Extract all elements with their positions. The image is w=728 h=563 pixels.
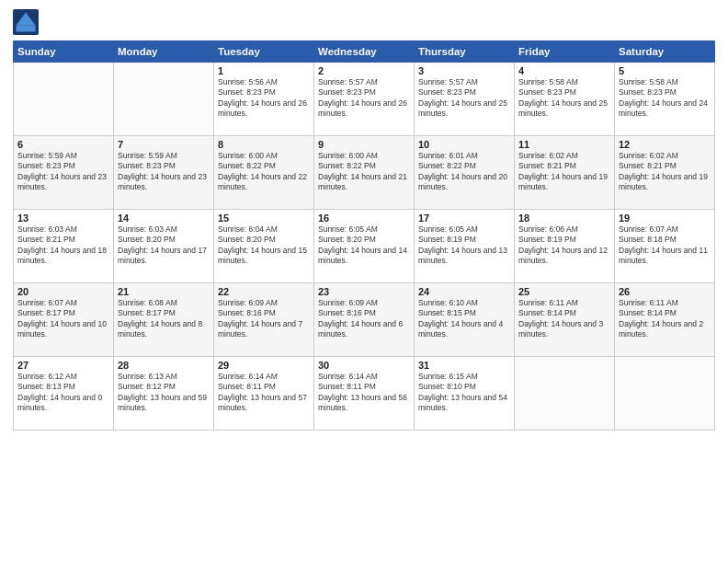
day-number: 11 bbox=[518, 139, 610, 150]
day-cell: 1Sunrise: 5:56 AM Sunset: 8:23 PM Daylig… bbox=[214, 63, 314, 136]
day-info: Sunrise: 6:02 AM Sunset: 8:21 PM Dayligh… bbox=[619, 151, 711, 193]
day-cell bbox=[515, 357, 615, 431]
day-cell: 3Sunrise: 5:57 AM Sunset: 8:23 PM Daylig… bbox=[415, 63, 515, 136]
day-number: 13 bbox=[17, 213, 109, 224]
day-number: 29 bbox=[218, 360, 310, 371]
day-number: 8 bbox=[218, 139, 310, 150]
day-cell: 31Sunrise: 6:15 AM Sunset: 8:10 PM Dayli… bbox=[415, 357, 515, 431]
header-cell-monday: Monday bbox=[114, 41, 214, 63]
day-number: 6 bbox=[17, 139, 109, 150]
day-cell: 20Sunrise: 6:07 AM Sunset: 8:17 PM Dayli… bbox=[14, 283, 114, 357]
day-info: Sunrise: 6:08 AM Sunset: 8:17 PM Dayligh… bbox=[118, 298, 210, 340]
day-cell bbox=[615, 357, 715, 431]
day-cell: 12Sunrise: 6:02 AM Sunset: 8:21 PM Dayli… bbox=[615, 136, 715, 210]
day-number: 15 bbox=[218, 213, 310, 224]
day-number: 14 bbox=[118, 213, 210, 224]
day-cell: 15Sunrise: 6:04 AM Sunset: 8:20 PM Dayli… bbox=[214, 210, 314, 283]
header-cell-tuesday: Tuesday bbox=[214, 41, 314, 63]
day-number: 1 bbox=[218, 65, 310, 76]
day-info: Sunrise: 6:03 AM Sunset: 8:21 PM Dayligh… bbox=[17, 224, 109, 267]
day-cell: 17Sunrise: 6:05 AM Sunset: 8:19 PM Dayli… bbox=[415, 210, 515, 283]
week-row-3: 13Sunrise: 6:03 AM Sunset: 8:21 PM Dayli… bbox=[14, 210, 715, 283]
logo bbox=[13, 9, 42, 35]
day-info: Sunrise: 6:01 AM Sunset: 8:22 PM Dayligh… bbox=[418, 151, 510, 193]
day-number: 25 bbox=[518, 286, 610, 297]
day-info: Sunrise: 5:58 AM Sunset: 8:23 PM Dayligh… bbox=[518, 77, 610, 120]
week-row-4: 20Sunrise: 6:07 AM Sunset: 8:17 PM Dayli… bbox=[14, 283, 715, 357]
day-cell bbox=[114, 63, 214, 136]
day-cell: 29Sunrise: 6:14 AM Sunset: 8:11 PM Dayli… bbox=[214, 357, 314, 431]
day-number: 17 bbox=[418, 213, 510, 224]
day-info: Sunrise: 5:56 AM Sunset: 8:23 PM Dayligh… bbox=[218, 77, 310, 120]
day-cell bbox=[14, 63, 114, 136]
day-info: Sunrise: 6:11 AM Sunset: 8:14 PM Dayligh… bbox=[518, 298, 610, 340]
day-cell: 2Sunrise: 5:57 AM Sunset: 8:23 PM Daylig… bbox=[314, 63, 415, 136]
day-cell: 6Sunrise: 5:59 AM Sunset: 8:23 PM Daylig… bbox=[14, 136, 114, 210]
week-row-5: 27Sunrise: 6:12 AM Sunset: 8:13 PM Dayli… bbox=[14, 357, 715, 431]
day-info: Sunrise: 6:07 AM Sunset: 8:17 PM Dayligh… bbox=[17, 298, 109, 340]
day-cell: 22Sunrise: 6:09 AM Sunset: 8:16 PM Dayli… bbox=[214, 283, 314, 357]
day-cell: 27Sunrise: 6:12 AM Sunset: 8:13 PM Dayli… bbox=[14, 357, 114, 431]
day-info: Sunrise: 5:57 AM Sunset: 8:23 PM Dayligh… bbox=[318, 77, 410, 120]
day-info: Sunrise: 6:14 AM Sunset: 8:11 PM Dayligh… bbox=[318, 372, 410, 414]
day-info: Sunrise: 6:00 AM Sunset: 8:22 PM Dayligh… bbox=[218, 151, 310, 193]
day-cell: 30Sunrise: 6:14 AM Sunset: 8:11 PM Dayli… bbox=[314, 357, 415, 431]
day-info: Sunrise: 6:00 AM Sunset: 8:22 PM Dayligh… bbox=[318, 151, 410, 193]
day-info: Sunrise: 5:58 AM Sunset: 8:23 PM Dayligh… bbox=[619, 77, 711, 120]
day-info: Sunrise: 6:05 AM Sunset: 8:19 PM Dayligh… bbox=[418, 224, 510, 267]
day-number: 4 bbox=[518, 65, 610, 76]
page: SundayMondayTuesdayWednesdayThursdayFrid… bbox=[0, 0, 728, 563]
day-number: 12 bbox=[619, 139, 711, 150]
day-info: Sunrise: 5:57 AM Sunset: 8:23 PM Dayligh… bbox=[418, 77, 510, 120]
day-number: 7 bbox=[118, 139, 210, 150]
day-cell: 25Sunrise: 6:11 AM Sunset: 8:14 PM Dayli… bbox=[515, 283, 615, 357]
header bbox=[13, 9, 715, 35]
day-cell: 23Sunrise: 6:09 AM Sunset: 8:16 PM Dayli… bbox=[314, 283, 415, 357]
day-info: Sunrise: 6:02 AM Sunset: 8:21 PM Dayligh… bbox=[518, 151, 610, 193]
day-cell: 11Sunrise: 6:02 AM Sunset: 8:21 PM Dayli… bbox=[515, 136, 615, 210]
day-number: 24 bbox=[418, 286, 510, 297]
day-info: Sunrise: 6:12 AM Sunset: 8:13 PM Dayligh… bbox=[17, 372, 109, 414]
day-info: Sunrise: 6:10 AM Sunset: 8:15 PM Dayligh… bbox=[418, 298, 510, 340]
day-cell: 4Sunrise: 5:58 AM Sunset: 8:23 PM Daylig… bbox=[515, 63, 615, 136]
day-cell: 21Sunrise: 6:08 AM Sunset: 8:17 PM Dayli… bbox=[114, 283, 214, 357]
day-info: Sunrise: 6:06 AM Sunset: 8:19 PM Dayligh… bbox=[518, 224, 610, 267]
day-info: Sunrise: 6:04 AM Sunset: 8:20 PM Dayligh… bbox=[218, 224, 310, 267]
logo-icon bbox=[13, 9, 39, 35]
day-info: Sunrise: 6:13 AM Sunset: 8:12 PM Dayligh… bbox=[118, 372, 210, 414]
header-cell-saturday: Saturday bbox=[615, 41, 715, 63]
day-number: 19 bbox=[619, 213, 711, 224]
day-info: Sunrise: 6:09 AM Sunset: 8:16 PM Dayligh… bbox=[218, 298, 310, 340]
day-number: 16 bbox=[318, 213, 410, 224]
week-row-2: 6Sunrise: 5:59 AM Sunset: 8:23 PM Daylig… bbox=[14, 136, 715, 210]
day-info: Sunrise: 6:05 AM Sunset: 8:20 PM Dayligh… bbox=[318, 224, 410, 267]
day-info: Sunrise: 6:07 AM Sunset: 8:18 PM Dayligh… bbox=[619, 224, 711, 267]
day-cell: 10Sunrise: 6:01 AM Sunset: 8:22 PM Dayli… bbox=[415, 136, 515, 210]
day-cell: 16Sunrise: 6:05 AM Sunset: 8:20 PM Dayli… bbox=[314, 210, 415, 283]
day-info: Sunrise: 5:59 AM Sunset: 8:23 PM Dayligh… bbox=[17, 151, 109, 193]
header-cell-wednesday: Wednesday bbox=[314, 41, 415, 63]
day-cell: 13Sunrise: 6:03 AM Sunset: 8:21 PM Dayli… bbox=[14, 210, 114, 283]
day-number: 9 bbox=[318, 139, 410, 150]
day-cell: 18Sunrise: 6:06 AM Sunset: 8:19 PM Dayli… bbox=[515, 210, 615, 283]
day-cell: 26Sunrise: 6:11 AM Sunset: 8:14 PM Dayli… bbox=[615, 283, 715, 357]
day-number: 10 bbox=[418, 139, 510, 150]
header-row: SundayMondayTuesdayWednesdayThursdayFrid… bbox=[14, 41, 715, 63]
svg-rect-2 bbox=[17, 26, 36, 32]
day-number: 3 bbox=[418, 65, 510, 76]
day-info: Sunrise: 6:09 AM Sunset: 8:16 PM Dayligh… bbox=[318, 298, 410, 340]
header-cell-sunday: Sunday bbox=[14, 41, 114, 63]
header-cell-thursday: Thursday bbox=[415, 41, 515, 63]
day-info: Sunrise: 5:59 AM Sunset: 8:23 PM Dayligh… bbox=[118, 151, 210, 193]
day-number: 26 bbox=[619, 286, 711, 297]
day-number: 2 bbox=[318, 65, 410, 76]
day-number: 5 bbox=[619, 65, 711, 76]
day-cell: 28Sunrise: 6:13 AM Sunset: 8:12 PM Dayli… bbox=[114, 357, 214, 431]
day-info: Sunrise: 6:03 AM Sunset: 8:20 PM Dayligh… bbox=[118, 224, 210, 267]
header-cell-friday: Friday bbox=[515, 41, 615, 63]
day-number: 28 bbox=[118, 360, 210, 371]
day-number: 20 bbox=[17, 286, 109, 297]
day-cell: 7Sunrise: 5:59 AM Sunset: 8:23 PM Daylig… bbox=[114, 136, 214, 210]
day-number: 31 bbox=[418, 360, 510, 371]
day-number: 21 bbox=[118, 286, 210, 297]
